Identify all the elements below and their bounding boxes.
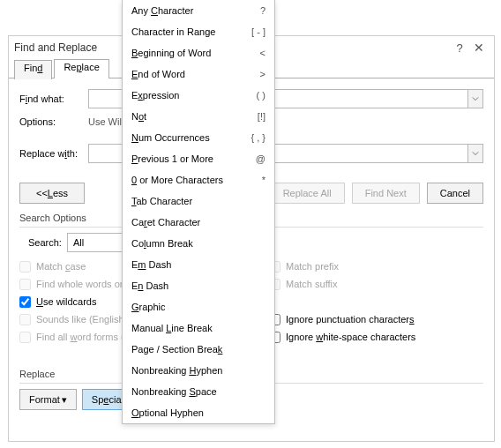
menu-item-label: Any Character bbox=[131, 5, 193, 16]
menu-item-label: End of Word bbox=[131, 69, 185, 79]
special-menu-item[interactable]: Any Character? bbox=[123, 0, 274, 21]
special-menu-item[interactable]: Nonbreaking Hyphen bbox=[123, 360, 274, 381]
tab-replace[interactable]: Replace bbox=[54, 59, 108, 78]
find-what-label: Find what: bbox=[19, 93, 88, 104]
search-direction-label: Search: bbox=[28, 237, 62, 248]
menu-item-hint: { , } bbox=[250, 132, 265, 143]
special-menu-item[interactable]: Not[!] bbox=[123, 106, 274, 127]
format-button[interactable]: Format▾ bbox=[19, 389, 77, 410]
less-button[interactable]: << Less bbox=[19, 183, 85, 204]
menu-item-label: Num Occurrences bbox=[131, 132, 210, 143]
tab-find[interactable]: Find bbox=[14, 60, 52, 79]
menu-item-label: Tab Character bbox=[131, 196, 192, 206]
special-menu-item[interactable]: End of Word> bbox=[123, 63, 274, 85]
chevron-down-icon: ▾ bbox=[62, 394, 67, 406]
menu-item-label: Page / Section Break bbox=[131, 344, 222, 355]
special-menu-item[interactable]: Caret Character bbox=[123, 212, 274, 233]
special-menu-item[interactable]: En Dash bbox=[123, 275, 274, 296]
special-menu-item[interactable]: Num Occurrences{ , } bbox=[123, 127, 274, 148]
special-menu-item[interactable]: Previous 1 or More@ bbox=[123, 148, 274, 169]
special-menu-item[interactable]: Column Break bbox=[123, 233, 274, 254]
replace-all-button[interactable]: Replace All bbox=[270, 183, 345, 204]
menu-item-label: En Dash bbox=[131, 280, 168, 291]
menu-item-label: Previous 1 or More bbox=[131, 153, 213, 164]
menu-item-hint: @ bbox=[256, 153, 265, 164]
match-suffix-checkbox: Match suffix bbox=[269, 275, 483, 293]
chevron-down-icon[interactable] bbox=[467, 145, 482, 162]
special-menu-item[interactable]: Optional Hyphen bbox=[123, 402, 274, 423]
ignore-punctuation-checkbox[interactable]: Ignore punctuation characters bbox=[269, 310, 483, 328]
menu-item-label: Graphic bbox=[131, 302, 166, 312]
menu-item-hint: ( ) bbox=[257, 90, 265, 101]
menu-item-hint: [!] bbox=[258, 111, 265, 122]
menu-item-hint: > bbox=[260, 69, 265, 79]
menu-item-label: Nonbreaking Space bbox=[131, 386, 217, 397]
menu-item-hint: < bbox=[260, 48, 265, 58]
menu-item-label: Optional Hyphen bbox=[131, 407, 204, 418]
menu-item-label: Beginning of Word bbox=[131, 48, 211, 58]
ignore-whitespace-checkbox[interactable]: Ignore white-space characters bbox=[269, 328, 483, 346]
special-menu-item[interactable]: Manual Line Break bbox=[123, 317, 274, 339]
menu-item-label: Caret Character bbox=[131, 217, 200, 228]
help-button[interactable]: ? bbox=[450, 38, 469, 57]
special-menu-item[interactable]: Em Dash bbox=[123, 254, 274, 275]
find-next-button[interactable]: Find Next bbox=[352, 183, 420, 204]
match-prefix-checkbox: Match prefix bbox=[269, 258, 483, 275]
menu-item-label: Column Break bbox=[131, 238, 193, 249]
menu-item-label: Not bbox=[131, 111, 146, 122]
special-menu-item[interactable]: Nonbreaking Space bbox=[123, 381, 274, 402]
special-menu-item[interactable]: Beginning of Word< bbox=[123, 42, 274, 63]
special-menu-item[interactable]: Graphic bbox=[123, 296, 274, 317]
replace-with-label: Replace with: bbox=[19, 148, 88, 159]
special-menu-item[interactable]: Expression( ) bbox=[123, 85, 274, 106]
special-menu-item[interactable]: 0 or More Characters* bbox=[123, 169, 274, 190]
menu-item-label: Em Dash bbox=[131, 259, 171, 270]
options-label: Options: bbox=[19, 116, 88, 127]
menu-item-label: 0 or More Characters bbox=[131, 175, 223, 185]
menu-item-hint: * bbox=[262, 175, 265, 185]
menu-item-label: Expression bbox=[131, 90, 179, 101]
menu-item-hint: ? bbox=[260, 5, 265, 16]
menu-item-label: Manual Line Break bbox=[131, 323, 213, 333]
special-menu-item[interactable]: Page / Section Break bbox=[123, 339, 274, 360]
menu-item-label: Character in Range bbox=[131, 26, 215, 37]
menu-item-hint: [ - ] bbox=[251, 26, 265, 37]
cancel-button[interactable]: Cancel bbox=[427, 183, 483, 204]
special-menu-item[interactable]: Character in Range[ - ] bbox=[123, 21, 274, 42]
menu-item-label: Nonbreaking Hyphen bbox=[131, 365, 222, 376]
chevron-down-icon[interactable] bbox=[467, 90, 482, 108]
close-button[interactable]: ✕ bbox=[469, 38, 489, 57]
special-menu: Any Character?Character in Range[ - ]Beg… bbox=[122, 0, 275, 424]
special-menu-item[interactable]: Tab Character bbox=[123, 190, 274, 212]
